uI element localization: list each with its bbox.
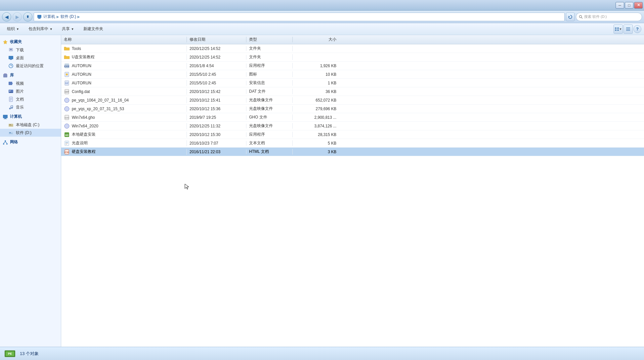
image-icon (8, 88, 14, 94)
table-row[interactable]: Tools 2020/12/25 14:52 文件夹 (61, 44, 644, 53)
sidebar-video-label: 视频 (16, 81, 24, 86)
library-arrow: ▼ (50, 27, 53, 31)
table-row[interactable]: HTML 硬盘安装教程 2016/11/21 22:03 HTML 文档 3 K… (61, 148, 644, 156)
sidebar-item-download[interactable]: 下载 (0, 46, 61, 54)
library-button[interactable]: 包含到库中 ▼ (24, 24, 57, 34)
video-icon (8, 80, 14, 86)
file-type-cell: 光盘映像文件 (246, 123, 293, 129)
file-type-cell: HTML 文档 (246, 149, 293, 155)
svg-text:HD: HD (65, 134, 68, 136)
sidebar-item-recent[interactable]: 最近访问的位置 (0, 62, 61, 70)
up-button[interactable] (23, 12, 32, 22)
music-icon (8, 104, 14, 110)
svg-point-48 (6, 143, 8, 145)
file-name: 本地硬盘安装 (72, 132, 96, 137)
svg-point-66 (66, 125, 67, 127)
search-box[interactable]: 搜索 软件 (D:) (576, 13, 642, 21)
docs-icon (8, 96, 14, 102)
sidebar-image-label: 图片 (16, 89, 24, 94)
table-row[interactable]: GHO Win7x64.gho 2019/9/7 19:25 GHO 文件 2,… (61, 113, 644, 122)
back-button[interactable]: ◀ (2, 12, 11, 22)
table-row[interactable]: DAT Config.dat 2020/10/12 15:42 DAT 文件 3… (61, 87, 644, 96)
file-name: Win7x64_2020 (72, 124, 98, 128)
file-name-cell: HTML 硬盘安装教程 (61, 149, 187, 155)
organize-label: 组织 (7, 26, 15, 32)
organize-button[interactable]: 组织 ▼ (3, 24, 23, 34)
sidebar-item-video[interactable]: 视频 (0, 79, 61, 87)
sidebar-item-drive-c[interactable]: 本地磁盘 (C:) (0, 121, 61, 129)
sidebar-header-library[interactable]: 库 (0, 71, 61, 79)
table-row[interactable]: HD 本地硬盘安装 2020/10/12 15:30 应用程序 28,315 K… (61, 130, 644, 139)
title-bar: ─ □ ✕ (0, 0, 644, 11)
network-icon (3, 140, 8, 145)
breadcrumb-bar[interactable]: 计算机 ▶ 软件 (D:) ▶ (34, 13, 565, 21)
file-size-cell: 1 KB (293, 81, 339, 85)
new-folder-button[interactable]: 新建文件夹 (79, 24, 107, 34)
svg-rect-8 (615, 29, 617, 31)
col-header-type[interactable]: 类型 (246, 37, 293, 42)
svg-rect-0 (37, 15, 41, 18)
svg-line-50 (5, 142, 7, 143)
maximize-button[interactable]: □ (625, 2, 633, 9)
svg-rect-16 (9, 56, 13, 59)
minimize-button[interactable]: ─ (616, 2, 624, 9)
file-name-cell: 光盘说明 (61, 140, 187, 146)
table-row[interactable]: U盘安装教程 2020/12/25 14:52 文件夹 (61, 53, 644, 62)
sidebar-item-image[interactable]: 图片 (0, 87, 61, 95)
table-row[interactable]: EXE AUTORUN 2016/1/8 4:54 应用程序 1,926 KB (61, 62, 644, 70)
table-row[interactable]: 光盘说明 2016/10/23 7:07 文本文档 5 KB (61, 139, 644, 148)
table-row[interactable]: AUTORUN 2015/5/10 2:45 图标 10 KB (61, 70, 644, 79)
svg-rect-7 (617, 27, 619, 29)
help-button[interactable]: ? (633, 25, 641, 33)
svg-text:DAT: DAT (64, 91, 69, 93)
breadcrumb-computer[interactable]: 计算机 (43, 14, 55, 20)
svg-rect-1 (38, 18, 40, 19)
file-name: AUTORUN (72, 81, 91, 85)
file-name-cell: Win7x64_2020 (61, 123, 187, 129)
file-icon (64, 71, 70, 77)
col-header-name[interactable]: 名称 (61, 37, 187, 42)
sidebar-header-favorites[interactable]: 收藏夹 (0, 38, 61, 46)
library-section-label: 库 (10, 72, 14, 78)
table-row[interactable]: INF AUTORUN 2015/5/10 2:45 安装信息 1 KB (61, 79, 644, 87)
svg-point-60 (66, 100, 67, 101)
file-type-cell: 文本文档 (246, 140, 293, 146)
svg-text:GHO: GHO (64, 117, 69, 119)
breadcrumb-drive[interactable]: 软件 (D:) (61, 14, 76, 20)
sidebar-item-drive-d[interactable]: 软件 (D:) (0, 129, 61, 137)
svg-point-47 (3, 143, 4, 145)
file-date-cell: 2019/9/7 19:25 (187, 115, 246, 120)
sidebar-item-desktop[interactable]: 桌面 (0, 54, 61, 62)
file-size-cell: 2,900,813 ... (293, 115, 339, 120)
sidebar-header-network[interactable]: 网络 (0, 138, 61, 146)
share-button[interactable]: 共享 ▼ (58, 24, 78, 34)
file-icon (64, 140, 70, 146)
col-header-size[interactable]: 大小 (293, 37, 339, 42)
sidebar-item-music[interactable]: 音乐 (0, 103, 61, 111)
share-arrow: ▼ (71, 27, 74, 31)
file-name-cell: EXE AUTORUN (61, 63, 187, 69)
table-row[interactable]: pe_yqs_1064_20_07_31_16_04 2020/10/12 15… (61, 96, 644, 105)
file-size-cell: 3 KB (293, 150, 339, 154)
sidebar-header-computer[interactable]: 计算机 (0, 112, 61, 121)
file-date-cell: 2020/10/12 15:30 (187, 132, 246, 137)
col-header-date[interactable]: 修改日期 (187, 37, 246, 42)
view-options-button[interactable]: ▼ (614, 24, 623, 34)
close-button[interactable]: ✕ (634, 2, 643, 9)
file-size-cell: 3,874,126 ... (293, 124, 339, 128)
download-icon (8, 47, 14, 53)
file-date-cell: 2020/12/25 14:52 (187, 55, 246, 60)
table-row[interactable]: Win7x64_2020 2020/12/25 11:32 光盘映像文件 3,8… (61, 122, 644, 130)
organize-arrow: ▼ (16, 27, 19, 31)
refresh-button[interactable] (566, 13, 575, 21)
forward-button[interactable]: ▶ (13, 12, 22, 22)
svg-rect-11 (626, 29, 630, 29)
recent-icon (8, 63, 14, 69)
sidebar-download-label: 下载 (16, 47, 24, 53)
layout-icon (626, 27, 630, 31)
drive-d-icon (8, 130, 14, 136)
svg-rect-38 (4, 118, 6, 119)
layout-button[interactable] (623, 24, 633, 34)
sidebar-item-docs[interactable]: 文档 (0, 95, 61, 103)
table-row[interactable]: pe_yqs_xp_20_07_31_15_53 2020/10/12 15:3… (61, 105, 644, 113)
